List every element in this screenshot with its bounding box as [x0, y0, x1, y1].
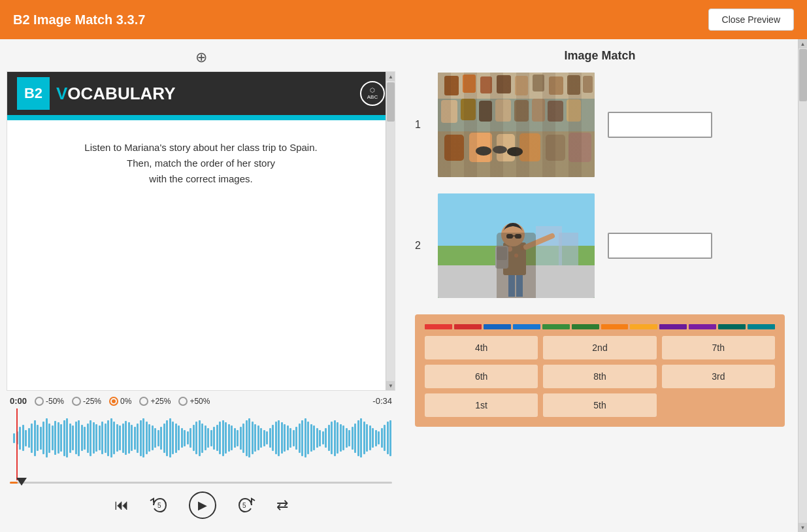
- wave-bar: [207, 428, 209, 448]
- speed-plus25[interactable]: +25%: [139, 397, 171, 406]
- answer-tile-7th[interactable]: 7th: [662, 336, 775, 359]
- progress-bar-row: [7, 480, 395, 485]
- waveform-container[interactable]: [10, 408, 392, 480]
- forward-5-button[interactable]: 5: [236, 495, 257, 516]
- wave-bar: [166, 420, 168, 456]
- svg-rect-22: [444, 135, 464, 161]
- close-preview-button[interactable]: Close Preview: [708, 8, 794, 31]
- skip-to-start-button[interactable]: ⏮: [114, 497, 129, 514]
- speed-radio-minus25[interactable]: [72, 397, 81, 406]
- wave-bar: [87, 424, 89, 453]
- wave-bar: [242, 424, 244, 453]
- wave-bar: [337, 422, 338, 454]
- speed-radio-0[interactable]: [109, 397, 118, 406]
- wave-bar: [295, 427, 297, 450]
- wave-bar: [334, 420, 336, 456]
- wave-bar: [178, 425, 180, 450]
- svg-rect-10: [549, 76, 563, 95]
- image-woman: [438, 193, 595, 298]
- wave-bar: [301, 420, 303, 456]
- progress-bar[interactable]: [10, 482, 392, 484]
- wave-bar: [272, 425, 274, 451]
- svg-point-39: [507, 246, 512, 252]
- wave-bar: [310, 424, 312, 452]
- wave-bar: [231, 425, 233, 450]
- scrollbar-thumb[interactable]: [387, 82, 395, 122]
- speed-0[interactable]: 0%: [109, 397, 131, 406]
- answer-tile-6th[interactable]: 6th: [425, 365, 538, 388]
- content-scrollbar[interactable]: ▲ ▼: [386, 72, 395, 390]
- wave-bar: [128, 422, 130, 454]
- answer-tile-4th[interactable]: 4th: [425, 336, 538, 359]
- wave-bar: [63, 420, 65, 456]
- wave-bar: [384, 425, 386, 451]
- sep-5: [542, 324, 570, 329]
- match-input-2[interactable]: [608, 233, 712, 259]
- wave-bar: [225, 422, 227, 454]
- wave-bar: [340, 424, 342, 452]
- wave-bar: [54, 421, 56, 455]
- svg-rect-7: [497, 75, 511, 93]
- wave-bar: [184, 430, 186, 446]
- svg-rect-13: [441, 100, 457, 123]
- loop-button[interactable]: ⇄: [276, 497, 288, 514]
- speed-minus50[interactable]: -50%: [35, 397, 64, 406]
- wave-bar: [187, 431, 189, 444]
- wave-bar: [381, 428, 383, 448]
- play-button[interactable]: ▶: [189, 491, 216, 519]
- wave-bar: [237, 430, 239, 446]
- svg-rect-2: [438, 73, 595, 177]
- scroll-thumb[interactable]: [799, 49, 807, 101]
- svg-point-28: [476, 146, 491, 156]
- svg-point-40: [514, 254, 518, 258]
- wave-bar: [342, 425, 344, 450]
- wave-bar: [266, 431, 268, 444]
- wave-bar: [369, 425, 371, 450]
- wave-bar: [22, 425, 24, 451]
- wave-bar: [378, 431, 380, 444]
- svg-rect-27: [568, 133, 591, 162]
- speed-radio-plus25[interactable]: [139, 397, 148, 406]
- scroll-up-arrow[interactable]: ▲: [386, 72, 395, 81]
- progress-handle[interactable]: [16, 478, 27, 486]
- wave-bar: [293, 430, 295, 446]
- wave-bar: [131, 425, 133, 451]
- answer-tile-2nd[interactable]: 2nd: [543, 336, 656, 359]
- wave-bar: [278, 420, 280, 456]
- sep-12: [748, 324, 775, 329]
- svg-rect-43: [495, 246, 508, 269]
- svg-rect-3: [438, 73, 595, 99]
- scroll-down-arrow[interactable]: ▼: [386, 381, 395, 390]
- speed-radio-plus50[interactable]: [178, 397, 188, 406]
- zoom-icon-area: ⊕: [7, 46, 395, 71]
- wave-bar: [254, 424, 256, 452]
- wave-bar: [37, 425, 39, 451]
- wave-bar: [48, 424, 50, 453]
- wave-bar: [107, 420, 109, 456]
- row-number-1: 1: [415, 119, 425, 131]
- answer-tile-1st[interactable]: 1st: [425, 393, 538, 417]
- rewind-5-button[interactable]: 5: [148, 495, 169, 516]
- zoom-in-icon[interactable]: ⊕: [195, 49, 207, 66]
- wave-bar: [348, 430, 350, 446]
- speed-minus25[interactable]: -25%: [72, 397, 101, 406]
- bags-svg: [438, 73, 595, 177]
- wave-bar: [316, 428, 318, 448]
- svg-rect-4: [444, 76, 459, 95]
- sep-6: [572, 324, 599, 329]
- right-scrollbar[interactable]: ▲ ▼: [798, 39, 807, 532]
- wave-bar: [69, 424, 71, 453]
- section-title: Image Match: [415, 49, 785, 63]
- match-input-1[interactable]: [608, 112, 712, 138]
- scroll-right-down[interactable]: ▼: [799, 523, 807, 532]
- wave-bar: [137, 424, 139, 453]
- scroll-right-up[interactable]: ▲: [799, 39, 807, 48]
- wave-bar: [90, 420, 91, 456]
- vocab-title-v: V: [56, 84, 67, 103]
- answer-tile-3rd[interactable]: 3rd: [662, 365, 775, 388]
- speed-plus50[interactable]: +50%: [178, 397, 210, 406]
- wave-bar: [234, 428, 236, 448]
- answer-tile-8th[interactable]: 8th: [543, 365, 656, 388]
- speed-radio-minus50[interactable]: [35, 397, 44, 406]
- answer-tile-5th[interactable]: 5th: [543, 393, 656, 417]
